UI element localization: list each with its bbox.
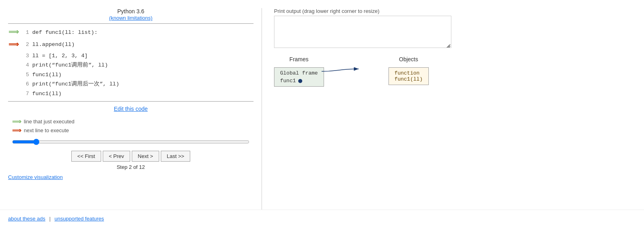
customize-visualization-link[interactable]: Customize visualization <box>8 174 63 180</box>
global-frame-title: Global frame <box>280 70 318 76</box>
line-number: 6 <box>19 80 29 89</box>
arrow-red-icon: ⟹ <box>8 39 19 51</box>
legend: ⟹ line that just executed ⟹ next line to… <box>12 118 253 134</box>
resize-handle-icon: ◢ <box>446 43 450 47</box>
legend-green-text: line that just executed <box>24 118 75 125</box>
objects-header: Objects <box>388 56 429 62</box>
arrow-green-icon: ⟹ <box>8 27 19 38</box>
line-number: 3 <box>19 52 29 60</box>
python-version-label: Python 3.6 <box>117 8 144 15</box>
main-container: Python 3.6 (known limitations) ⟹1def fun… <box>0 0 644 210</box>
code-area: ⟹1def func1(ll: list):⟹2 ll.append(ll)3l… <box>8 23 253 102</box>
code-line: ⟹1def func1(ll: list): <box>8 26 253 39</box>
line-number: 4 <box>19 61 29 70</box>
footer: about these ads | unsupported features <box>0 210 644 227</box>
code-text: ll.append(ll) <box>32 40 75 49</box>
object-value-label: func1(ll) <box>395 76 423 82</box>
edit-link-container: Edit this code <box>8 106 253 112</box>
frame-dot-icon <box>298 79 302 83</box>
slider-container <box>12 138 249 147</box>
prev-button[interactable]: < Prev <box>103 151 130 162</box>
line-number: 5 <box>19 71 29 79</box>
last-button[interactable]: Last >> <box>161 151 190 162</box>
legend-green: ⟹ line that just executed <box>12 118 253 125</box>
object-type-label: function <box>395 70 423 76</box>
line-number: 2 <box>19 40 29 49</box>
step-slider[interactable] <box>12 138 249 146</box>
global-frame-box: Global frame func1 <box>274 67 324 87</box>
code-line: 5func1(ll) <box>8 70 253 80</box>
code-line: 7func1(ll) <box>8 89 253 99</box>
frames-objects-wrapper: Frames Global frame func1 Objects functi… <box>274 56 632 87</box>
code-line: 6print(“func1调用后一次”, ll) <box>8 79 253 89</box>
code-line: 4print(“func1调用前”, ll) <box>8 60 253 70</box>
frame-var-label: func1 <box>280 78 296 84</box>
print-output-box[interactable]: ◢ <box>274 16 451 48</box>
code-text: func1(ll) <box>32 71 62 79</box>
about-ads-link[interactable]: about these ads <box>8 216 46 222</box>
edit-code-link[interactable]: Edit this code <box>114 106 147 112</box>
step-info: Step 2 of 12 <box>8 164 253 170</box>
footer-separator: | <box>49 216 50 222</box>
legend-green-arrow-icon: ⟹ <box>12 118 21 125</box>
code-text: ll = [1, 2, 3, 4] <box>32 52 88 60</box>
code-text: print(“func1调用前”, ll) <box>32 61 108 70</box>
unsupported-features-link[interactable]: unsupported features <box>54 216 104 222</box>
line-number: 1 <box>19 28 29 37</box>
known-limitations-link[interactable]: (known limitations) <box>109 15 153 21</box>
frames-header: Frames <box>274 56 324 62</box>
object-box: function func1(ll) <box>388 67 429 85</box>
left-panel: Python 3.6 (known limitations) ⟹1def fun… <box>0 8 262 210</box>
code-text: print(“func1调用后一次”, ll) <box>32 80 119 89</box>
code-title: Python 3.6 (known limitations) <box>8 8 253 21</box>
customize-link: Customize visualization <box>8 174 253 180</box>
code-text: func1(ll) <box>32 89 62 98</box>
legend-red-arrow-icon: ⟹ <box>12 127 21 134</box>
nav-buttons: << First < Prev Next > Last >> <box>8 151 253 162</box>
code-line: ⟹2 ll.append(ll) <box>8 39 253 51</box>
legend-red: ⟹ next line to execute <box>12 127 253 134</box>
next-button[interactable]: Next > <box>132 151 159 162</box>
line-number: 7 <box>19 89 29 98</box>
right-panel: Print output (drag lower right corner to… <box>262 8 644 210</box>
frame-row: func1 <box>280 78 318 84</box>
first-button[interactable]: << First <box>71 151 101 162</box>
print-output-label: Print output (drag lower right corner to… <box>274 8 632 14</box>
code-text: def func1(ll: list): <box>32 28 98 37</box>
code-line: 3ll = [1, 2, 3, 4] <box>8 51 253 61</box>
legend-red-text: next line to execute <box>24 127 69 133</box>
